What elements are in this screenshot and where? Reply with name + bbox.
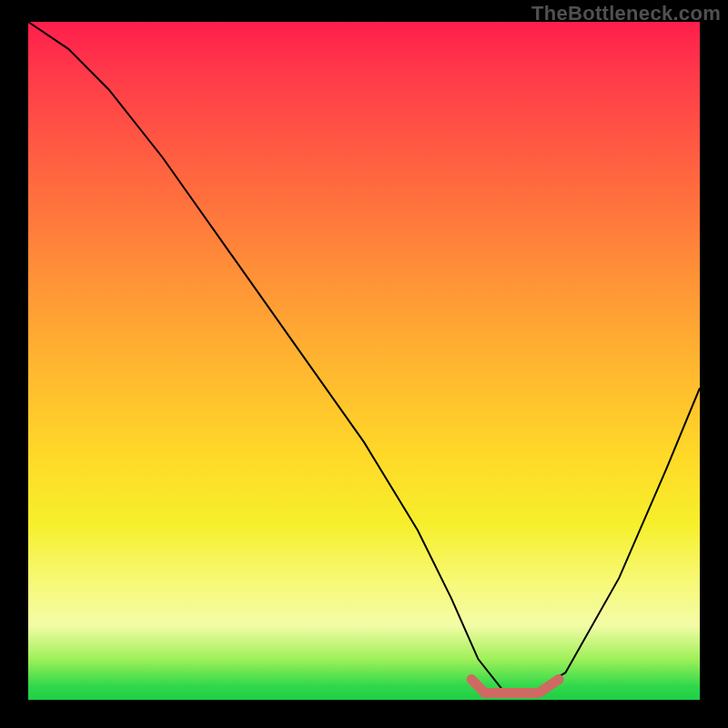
curve-svg <box>28 22 700 700</box>
watermark-text: TheBottleneck.com <box>531 2 721 25</box>
optimal-marker <box>471 680 559 693</box>
bottleneck-curve <box>28 22 700 693</box>
chart-frame: TheBottleneck.com <box>0 0 728 728</box>
plot-area <box>28 22 700 700</box>
